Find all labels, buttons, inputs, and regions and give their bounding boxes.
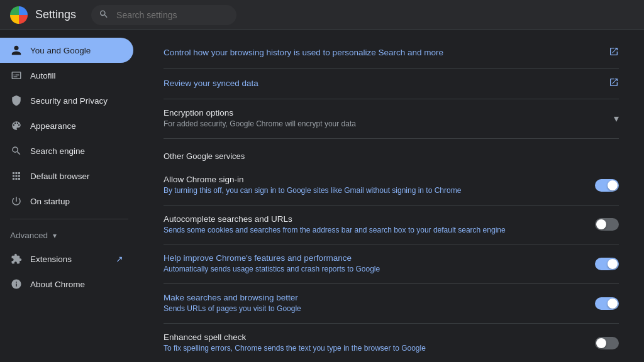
info-icon xyxy=(10,278,23,290)
setting-info-synced-data: Review your synced data xyxy=(164,79,609,89)
setting-row-synced-data[interactable]: Review your synced data xyxy=(164,69,619,99)
search-wrapper xyxy=(91,5,418,25)
puzzle-icon xyxy=(10,253,23,265)
setting-desc-autocomplete-searches: Sends some cookies and searches from the… xyxy=(164,225,585,236)
chrome-logo-icon xyxy=(10,6,28,24)
other-services-header: Other Google services xyxy=(164,139,619,166)
sidebar-label-default-browser: Default browser xyxy=(30,172,90,181)
setting-desc-help-improve: Automatically sends usage statistics and… xyxy=(164,264,585,275)
sidebar-label-on-startup: On startup xyxy=(30,197,70,206)
setting-desc-allow-chrome-signin: By turning this off, you can sign in to … xyxy=(164,185,585,196)
toggle-allow-chrome-signin[interactable] xyxy=(595,179,619,192)
setting-info-browsing-history: Control how your browsing history is use… xyxy=(164,48,609,58)
chevron-icon-encryption: ▾ xyxy=(614,112,619,124)
sidebar-label-about-chrome: About Chrome xyxy=(30,280,85,289)
setting-info-spell-check: Enhanced spell check To fix spelling err… xyxy=(164,332,595,354)
sidebar-label-extensions: Extensions xyxy=(30,255,72,264)
toggle-help-improve[interactable] xyxy=(595,258,619,270)
setting-desc-encryption: For added security, Google Chrome will e… xyxy=(164,119,604,129)
external-link-icon-history xyxy=(609,47,619,59)
setting-info-make-searches-better: Make searches and browsing better Sends … xyxy=(164,293,595,314)
sidebar-item-search-engine[interactable]: Search engine xyxy=(0,138,133,163)
setting-row-autocomplete-searches[interactable]: Autocomplete searches and URLs Sends som… xyxy=(164,206,619,245)
sidebar-advanced-section[interactable]: Advanced ▾ xyxy=(0,224,138,246)
sidebar-item-autofill[interactable]: Autofill xyxy=(0,63,133,88)
palette-icon xyxy=(10,119,23,132)
search-nav-icon xyxy=(10,145,23,157)
setting-row-help-improve[interactable]: Help improve Chrome's features and perfo… xyxy=(164,244,619,284)
setting-title-spell-check: Enhanced spell check xyxy=(164,332,585,342)
sidebar-label-autofill: Autofill xyxy=(30,71,56,80)
setting-info-autocomplete-searches: Autocomplete searches and URLs Sends som… xyxy=(164,214,595,236)
chevron-down-icon: ▾ xyxy=(53,231,57,240)
setting-row-allow-chrome-signin[interactable]: Allow Chrome sign-in By turning this off… xyxy=(164,166,619,206)
person-icon xyxy=(10,44,23,57)
toggle-spell-check[interactable] xyxy=(595,337,619,349)
sidebar: You and Google Autofill Security and Pri… xyxy=(0,0,138,362)
setting-title-make-searches-better: Make searches and browsing better xyxy=(164,293,585,302)
browser-icon xyxy=(10,170,23,182)
sidebar-label-search-engine: Search engine xyxy=(30,146,85,156)
content-area: Control how your browsing history is use… xyxy=(138,38,644,362)
toggle-autocomplete-searches[interactable] xyxy=(595,218,619,231)
setting-info-encryption: Encryption options For added security, G… xyxy=(164,108,614,129)
header: Settings xyxy=(0,0,644,30)
sidebar-item-about-chrome[interactable]: About Chrome xyxy=(0,272,133,297)
sidebar-item-on-startup[interactable]: On startup xyxy=(0,189,133,214)
advanced-label: Advanced xyxy=(10,231,48,240)
sidebar-item-appearance[interactable]: Appearance xyxy=(0,113,133,138)
setting-row-browsing-history[interactable]: Control how your browsing history is use… xyxy=(164,38,619,69)
settings-title: Settings xyxy=(35,8,76,21)
nav-divider xyxy=(10,219,128,219)
main-content: Control how your browsing history is use… xyxy=(138,0,644,362)
id-card-icon xyxy=(10,69,23,82)
external-link-icon-synced xyxy=(609,77,619,90)
sidebar-item-security-privacy[interactable]: Security and Privacy xyxy=(0,88,133,113)
setting-title-allow-chrome-signin: Allow Chrome sign-in xyxy=(164,175,585,184)
setting-title-help-improve: Help improve Chrome's features and perfo… xyxy=(164,253,585,263)
setting-row-make-searches-better[interactable]: Make searches and browsing better Sends … xyxy=(164,284,619,324)
search-icon xyxy=(99,9,109,21)
setting-title-synced-data: Review your synced data xyxy=(164,79,599,88)
sidebar-item-you-and-google[interactable]: You and Google xyxy=(0,38,133,63)
sidebar-item-default-browser[interactable]: Default browser xyxy=(0,163,133,189)
toggle-make-searches-better[interactable] xyxy=(595,297,619,310)
sidebar-label-you-and-google: You and Google xyxy=(30,46,91,55)
setting-info-allow-chrome-signin: Allow Chrome sign-in By turning this off… xyxy=(164,175,595,196)
sidebar-item-extensions[interactable]: Extensions ↗ xyxy=(0,246,133,272)
shield-icon xyxy=(10,94,23,107)
power-icon xyxy=(10,195,23,207)
sidebar-label-security-privacy: Security and Privacy xyxy=(30,96,108,106)
search-input[interactable] xyxy=(91,5,236,25)
setting-row-encryption[interactable]: Encryption options For added security, G… xyxy=(164,99,619,139)
setting-title-encryption: Encryption options xyxy=(164,108,604,118)
setting-info-help-improve: Help improve Chrome's features and perfo… xyxy=(164,253,595,275)
setting-desc-make-searches-better: Sends URLs of pages you visit to Google xyxy=(164,304,585,314)
setting-title-autocomplete-searches: Autocomplete searches and URLs xyxy=(164,214,585,224)
setting-desc-spell-check: To fix spelling errors, Chrome sends the… xyxy=(164,343,585,354)
setting-title-browsing-history: Control how your browsing history is use… xyxy=(164,48,599,57)
sidebar-label-appearance: Appearance xyxy=(30,121,76,131)
setting-row-spell-check[interactable]: Enhanced spell check To fix spelling err… xyxy=(164,324,619,362)
extensions-external-icon: ↗ xyxy=(116,254,123,264)
